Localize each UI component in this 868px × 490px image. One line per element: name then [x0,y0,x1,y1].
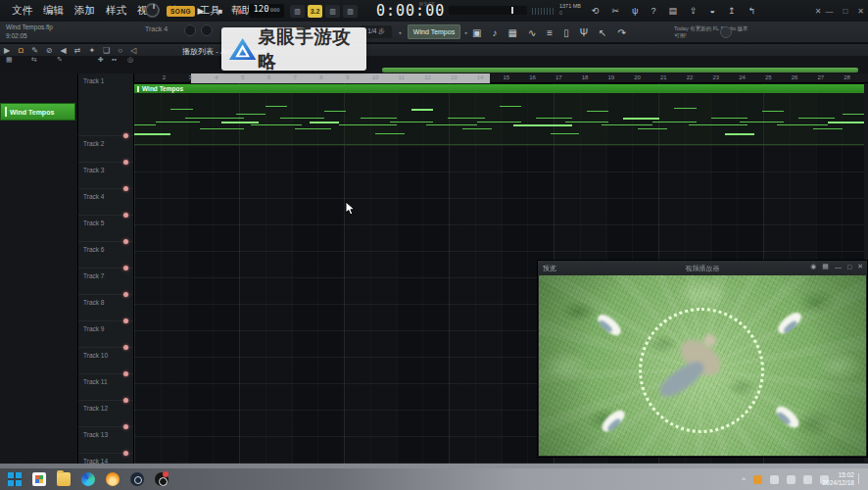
hint-knob-1[interactable] [184,24,196,36]
track-lane-2[interactable] [134,146,868,172]
window-switch-icon-1[interactable]: ♪ [492,27,497,38]
pattern-next-arrow[interactable]: ▸ [463,29,469,35]
menu-item-1[interactable]: 编辑 [43,4,64,18]
window-close-button[interactable]: ✕ [857,7,864,16]
window-switch-icon-5[interactable]: ▯ [563,27,569,38]
video-grid-icon[interactable]: ▦ [822,263,829,270]
add-track-icon[interactable]: ✚ [98,56,104,64]
titlebar-tool-icon-8[interactable]: ↰ [748,6,756,16]
window-switch-icon-8[interactable]: ↷ [617,27,625,38]
pencil-tool-icon[interactable]: ✎ [57,56,63,64]
titlebar-tool-icon-2[interactable]: ψ [632,6,638,16]
pattern-prev-arrow[interactable]: ◂ [397,29,403,35]
window-switch-icon-4[interactable]: ≡ [547,27,553,38]
track-header-13[interactable]: Track 13 [78,427,133,454]
track-record-dot[interactable] [123,451,128,456]
record-button[interactable]: ● [233,0,247,22]
playlist-tool-icon-8[interactable]: ○ [118,46,122,55]
taskbar-clock[interactable]: 15:02 2024/12/18 [822,471,854,487]
track-header-6[interactable]: Track 6 [78,242,133,269]
horizontal-scrollbar[interactable] [382,68,858,73]
titlebar-tool-icon-5[interactable]: ⇪ [690,6,698,16]
track-record-dot[interactable] [123,186,128,191]
track-lane-5[interactable] [134,225,868,252]
window-switch-icon-2[interactable]: ▦ [507,27,516,38]
playlist-tool-icon-1[interactable]: Ω [18,46,24,55]
track-lane-4[interactable] [134,199,868,225]
steam-icon[interactable] [130,472,144,486]
track-header-12[interactable]: Track 12 [78,401,133,427]
track-header-11[interactable]: Track 11 [78,374,133,401]
track-header-8[interactable]: Track 8 [78,295,133,321]
target-icon[interactable]: ◎ [127,56,133,64]
titlebar-tool-icon-3[interactable]: ? [651,6,656,16]
playlist-caption-bar[interactable]: ▶Ω✎⊘◀⇄✦❏○◁ 播放列表 - Arrangement [0,44,868,56]
song-mode-badge[interactable]: SONG [167,6,195,17]
playlist-tool-icon-3[interactable]: ⊘ [46,46,53,55]
video-lock-icon[interactable]: ◉ [810,263,816,270]
track-record-dot[interactable] [123,398,128,403]
track-header-1[interactable]: Track 1 [78,74,133,136]
titlebar-tool-icon-7[interactable]: ↥ [728,6,736,16]
track-record-dot[interactable] [123,266,128,270]
volume-icon[interactable] [803,475,812,484]
playlist-tool-icon-5[interactable]: ⇄ [74,46,81,55]
playlist-tool-icon-2[interactable]: ✎ [31,46,38,55]
window-switch-icon-0[interactable]: ▣ [472,27,481,38]
track-record-dot[interactable] [123,213,128,218]
track-header-4[interactable]: Track 4 [78,189,133,216]
hint-knob-2[interactable] [201,24,213,36]
playlist-tool-icon-9[interactable]: ◁ [130,46,136,55]
loop-record-icon[interactable]: ▥ [343,5,358,18]
track-record-dot[interactable] [123,371,128,376]
window-maximize-button[interactable]: □ [843,7,847,16]
titlebar-tool-icon-6[interactable]: ◒ [710,6,715,16]
playlist-tool-icon-6[interactable]: ✦ [88,46,95,55]
menu-item-0[interactable]: 文件 [12,4,32,18]
tray-expand-chevron[interactable]: ^ [742,475,746,484]
track-header-2[interactable]: Track 2 [78,136,133,163]
video-maximize-icon[interactable]: □ [847,264,851,270]
bpm-display[interactable]: 120 000 [249,4,284,18]
window-switch-icon-3[interactable]: ∿ [528,27,536,38]
pattern-clip-header[interactable]: Wind Tempos [134,84,864,93]
track-header-3[interactable]: Track 3 [78,163,133,189]
track-record-dot[interactable] [123,160,128,165]
play-button[interactable]: ▶ [194,0,208,22]
master-volume-knob[interactable] [145,3,160,18]
notification-center-edge[interactable] [858,473,866,484]
playlist-tool-icon-0[interactable]: ▶ [4,46,10,55]
time-display[interactable]: 0:00:00 [376,2,445,20]
launcher-icon[interactable] [106,472,120,486]
file-explorer-icon[interactable] [57,472,71,486]
track-record-dot[interactable] [123,239,128,244]
menu-item-2[interactable]: 添加 [74,4,95,18]
track-record-dot[interactable] [123,424,128,429]
picker-pattern-item[interactable]: Wind Tempos [0,103,75,121]
video-frame[interactable] [539,275,866,456]
pattern-selector[interactable]: Wind Tempos [408,24,460,39]
titlebar-tool-icon-1[interactable]: ✂ [612,6,620,16]
tray-app-icon[interactable] [753,475,762,484]
track-record-dot[interactable] [123,133,128,138]
window-switch-icon-7[interactable]: ↖ [599,27,606,38]
scrub-strip[interactable] [449,6,527,15]
track-header-5[interactable]: Track 5 [78,216,133,242]
stop-button[interactable]: ■ [214,0,227,22]
track-header-7[interactable]: Track 7 [78,269,133,295]
wait-input-icon[interactable]: ▥ [325,5,340,18]
track-record-dot[interactable] [123,345,128,350]
swap-view-icon[interactable]: ⇆ [31,56,37,64]
edge-browser-icon[interactable] [81,472,95,486]
video-close-icon[interactable]: ✕ [857,263,863,270]
widgets-icon[interactable] [32,472,46,486]
track-record-dot[interactable] [123,318,128,323]
input-method-icon[interactable] [770,475,779,484]
titlebar-tool-icon-4[interactable]: ▤ [669,6,678,16]
timeline-selection[interactable] [191,74,490,83]
timeline-ruler[interactable]: 2345678910111213141516171819202122232425… [134,74,868,83]
notification-close-icon[interactable]: ✕ [811,0,825,22]
window-switch-icon-6[interactable]: Ψ [580,27,588,38]
track-lane-3[interactable] [134,172,868,199]
metronome-icon[interactable]: ▥ [290,5,305,18]
